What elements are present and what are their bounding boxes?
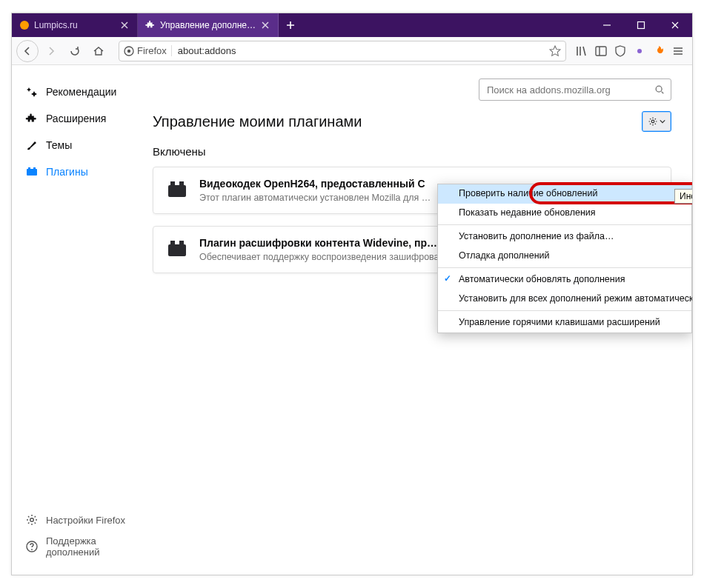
tools-dropdown-menu: Проверить наличие обновлений Показать не…: [437, 184, 692, 333]
bookmark-star-icon[interactable]: [549, 45, 561, 57]
page-title: Управление моими плагинами: [153, 113, 362, 130]
sparkle-icon: [25, 85, 39, 98]
extension-indicator-icon[interactable]: [633, 44, 646, 58]
home-button[interactable]: [87, 40, 110, 62]
svg-rect-14: [168, 185, 186, 197]
plugin-icon: [165, 178, 189, 201]
sidebar-item-recommendations[interactable]: Рекомендации: [21, 78, 145, 105]
sidebar-item-label: Поддержка дополнений: [46, 535, 145, 558]
menu-item-check-updates[interactable]: Проверить наличие обновлений: [438, 184, 691, 204]
app-menu-button[interactable]: [671, 44, 685, 58]
url-bar[interactable]: Firefox: [119, 41, 566, 61]
identity-label: Firefox: [137, 45, 167, 56]
menu-item-install-from-file[interactable]: Установить дополнение из файла…: [438, 227, 691, 247]
svg-rect-16: [179, 181, 184, 186]
tab-strip: Lumpics.ru Управление дополнениями: [12, 13, 692, 37]
close-icon[interactable]: [260, 20, 270, 30]
content-area: Рекомендации Расширения Темы Плагины: [12, 65, 692, 575]
url-input[interactable]: [176, 44, 545, 57]
tools-menu-button[interactable]: [642, 111, 671, 132]
addons-sidebar: Рекомендации Расширения Темы Плагины: [12, 65, 145, 575]
sidebar-item-label: Настройки Firefox: [46, 515, 125, 526]
svg-rect-7: [28, 167, 30, 170]
svg-rect-1: [638, 22, 645, 29]
protection-icon[interactable]: [614, 44, 627, 58]
back-button[interactable]: [16, 40, 39, 62]
svg-rect-8: [33, 167, 36, 170]
new-tab-button[interactable]: [279, 13, 302, 37]
gear-icon: [25, 513, 39, 527]
puzzle-icon: [145, 20, 156, 30]
svg-rect-4: [596, 47, 606, 56]
tab-label: Lumpics.ru: [34, 20, 115, 30]
menu-item-recent-updates[interactable]: Показать недавние обновления: [438, 204, 691, 223]
menu-separator: [438, 224, 691, 225]
tab-addons[interactable]: Управление дополнениями: [138, 13, 279, 37]
minimize-button[interactable]: [590, 13, 624, 37]
sidebar-item-support[interactable]: Поддержка дополнений: [21, 533, 145, 560]
svg-rect-19: [179, 241, 184, 245]
svg-point-3: [127, 49, 130, 52]
svg-point-9: [30, 518, 34, 522]
menu-separator: [438, 310, 691, 311]
forward-button[interactable]: [40, 40, 62, 62]
chevron-down-icon: [660, 118, 665, 124]
svg-rect-18: [170, 241, 175, 245]
svg-point-13: [651, 120, 654, 123]
puzzle-icon: [25, 112, 39, 125]
window-controls: [590, 13, 692, 37]
sidebar-item-settings[interactable]: Настройки Firefox: [21, 507, 145, 533]
sidebar-icon[interactable]: [594, 44, 608, 58]
sidebar-item-plugins[interactable]: Плагины: [21, 158, 145, 185]
tab-lumpics[interactable]: Lumpics.ru: [12, 13, 138, 37]
firefox-icon: [124, 46, 134, 56]
sidebar-item-label: Расширения: [46, 113, 106, 124]
addons-search[interactable]: [479, 78, 671, 101]
sidebar-item-label: Рекомендации: [46, 86, 116, 98]
menu-item-auto-update[interactable]: Автоматически обновлять дополнения: [438, 270, 691, 290]
svg-rect-15: [170, 181, 175, 186]
gear-icon: [648, 116, 658, 127]
svg-point-5: [637, 49, 642, 53]
menu-item-manage-shortcuts[interactable]: Управление горячими клавишами расширений: [438, 313, 691, 333]
menu-item-reset-all-auto[interactable]: Установить для всех дополнений режим авт…: [438, 290, 691, 309]
tab-label: Управление дополнениями: [160, 20, 256, 30]
brush-icon: [25, 138, 39, 152]
svg-point-11: [31, 549, 33, 550]
flame-icon[interactable]: [652, 44, 665, 58]
nav-toolbar: Firefox: [12, 37, 692, 65]
reload-button[interactable]: [64, 40, 86, 62]
addons-main: Управление моими плагинами Включены Виде…: [145, 65, 692, 575]
close-icon[interactable]: [119, 20, 130, 30]
sidebar-item-label: Плагины: [46, 166, 88, 178]
svg-rect-6: [27, 169, 37, 176]
search-input[interactable]: [485, 84, 654, 96]
section-enabled-title: Включены: [153, 145, 671, 158]
browser-window: Lumpics.ru Управление дополнениями: [11, 13, 693, 575]
svg-rect-17: [168, 244, 186, 256]
plugin-icon: [25, 165, 39, 178]
menu-item-debug-addons[interactable]: Отладка дополнений: [438, 247, 691, 266]
favicon-lumpics: [19, 20, 30, 30]
sidebar-item-extensions[interactable]: Расширения: [21, 105, 145, 132]
sidebar-item-themes[interactable]: Темы: [21, 132, 145, 158]
maximize-button[interactable]: [624, 13, 658, 37]
identity-box[interactable]: Firefox: [124, 45, 172, 56]
svg-point-0: [20, 21, 29, 30]
sidebar-item-label: Темы: [46, 139, 72, 151]
library-icon[interactable]: [575, 44, 588, 58]
plugin-icon: [165, 237, 189, 261]
page-title-row: Управление моими плагинами: [153, 111, 671, 132]
svg-point-12: [656, 86, 662, 92]
close-window-button[interactable]: [658, 13, 692, 37]
search-icon[interactable]: [654, 84, 665, 95]
tooltip: Инструменты для всех дополнений: [674, 189, 692, 204]
help-icon: [25, 540, 39, 553]
menu-separator: [438, 267, 691, 268]
